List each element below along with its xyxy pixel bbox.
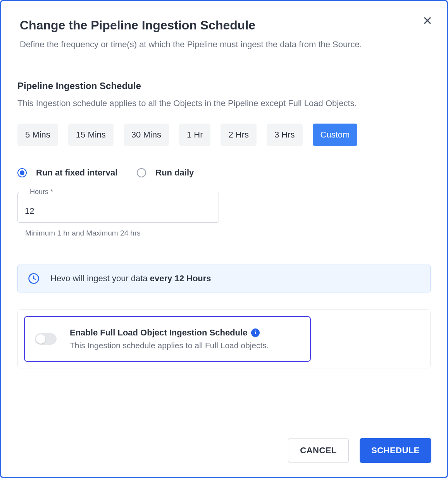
radio-label: Run at fixed interval [36, 168, 117, 178]
hours-label: Hours * [28, 188, 55, 196]
close-button[interactable] [420, 13, 435, 28]
schedule-button[interactable]: SCHEDULE [360, 438, 431, 463]
interval-3hrs[interactable]: 3 Hrs [267, 124, 303, 146]
dialog-footer: CANCEL SCHEDULE [1, 424, 447, 477]
toggle-content: Enable Full Load Object Ingestion Schedu… [70, 328, 300, 350]
interval-5mins[interactable]: 5 Mins [17, 124, 58, 146]
toggle-title-row: Enable Full Load Object Ingestion Schedu… [70, 328, 300, 338]
interval-custom[interactable]: Custom [313, 124, 358, 146]
hours-input[interactable] [17, 192, 219, 223]
toggle-title: Enable Full Load Object Ingestion Schedu… [70, 328, 247, 338]
hours-field-wrapper: Hours * [17, 192, 219, 223]
interval-15mins[interactable]: 15 Mins [68, 124, 114, 146]
run-mode-radio-group: Run at fixed interval Run daily [17, 168, 431, 178]
section-title: Pipeline Ingestion Schedule [17, 81, 431, 91]
ingest-info-banner: Hevo will ingest your data every 12 Hour… [17, 265, 431, 292]
full-load-box: Enable Full Load Object Ingestion Schedu… [17, 309, 431, 368]
full-load-toggle[interactable] [35, 333, 57, 345]
interval-1hr[interactable]: 1 Hr [179, 124, 211, 146]
schedule-dialog: Change the Pipeline Ingestion Schedule D… [0, 0, 448, 478]
interval-options: 5 Mins 15 Mins 30 Mins 1 Hr 2 Hrs 3 Hrs … [17, 124, 431, 146]
dialog-header: Change the Pipeline Ingestion Schedule D… [1, 1, 447, 65]
info-bold: every 12 Hours [150, 273, 211, 283]
hours-helper: Minimum 1 hr and Maximum 24 hrs [25, 229, 431, 237]
cancel-button[interactable]: CANCEL [288, 438, 349, 463]
radio-fixed-interval[interactable]: Run at fixed interval [17, 168, 117, 178]
radio-icon [17, 168, 27, 177]
full-load-inner: Enable Full Load Object Ingestion Schedu… [24, 316, 311, 362]
radio-label: Run daily [155, 168, 194, 178]
section-description: This Ingestion schedule applies to all t… [17, 97, 431, 110]
dialog-title: Change the Pipeline Ingestion Schedule [20, 18, 428, 33]
clock-icon [28, 273, 40, 284]
info-text: Hevo will ingest your data every 12 Hour… [50, 273, 211, 284]
close-icon [423, 16, 432, 25]
interval-30mins[interactable]: 30 Mins [124, 124, 169, 146]
dialog-body: Pipeline Ingestion Schedule This Ingesti… [1, 65, 447, 424]
radio-run-daily[interactable]: Run daily [137, 168, 194, 178]
radio-icon [137, 168, 146, 177]
info-icon[interactable]: i [251, 328, 260, 337]
toggle-description: This Ingestion schedule applies to all F… [70, 341, 300, 350]
dialog-subtitle: Define the frequency or time(s) at which… [20, 38, 428, 51]
info-prefix: Hevo will ingest your data [50, 273, 150, 283]
interval-2hrs[interactable]: 2 Hrs [221, 124, 257, 146]
